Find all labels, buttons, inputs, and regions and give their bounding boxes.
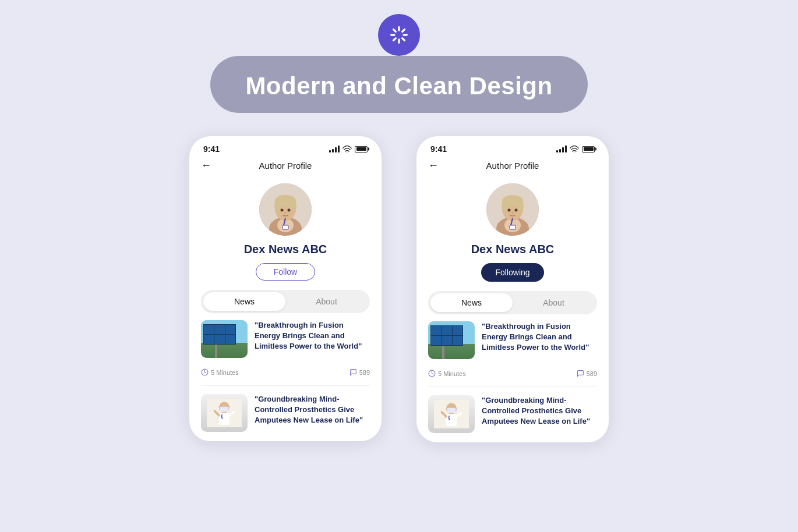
news-title-2-right: "Groundbreaking Mind-Controlled Prosthet… bbox=[482, 395, 597, 427]
svg-rect-8 bbox=[283, 225, 288, 229]
news-content-2-right: "Groundbreaking Mind-Controlled Prosthet… bbox=[482, 395, 597, 427]
news-list-right: "Breakthrough in Fusion Energy Brings Cl… bbox=[416, 321, 609, 433]
header-area: Modern and Clean Design bbox=[210, 35, 587, 113]
svg-point-30 bbox=[515, 209, 518, 212]
svg-point-25 bbox=[502, 200, 509, 211]
tab-news-left[interactable]: News bbox=[203, 292, 285, 311]
author-name-right: Dex News ABC bbox=[471, 243, 555, 256]
svg-rect-15 bbox=[220, 407, 229, 412]
news-item-1-left: "Breakthrough in Fusion Energy Brings Cl… bbox=[201, 320, 370, 376]
news-time-1-right: 5 Minutes bbox=[428, 370, 466, 377]
nav-bar-left: ← Author Profile bbox=[189, 157, 382, 178]
news-content-1-left: "Breakthrough in Fusion Energy Brings Cl… bbox=[255, 320, 370, 352]
svg-rect-14 bbox=[219, 413, 229, 425]
news-comments-1-left: 589 bbox=[349, 368, 370, 376]
status-icons-right bbox=[556, 146, 595, 152]
news-item-2-right: "Groundbreaking Mind-Controlled Prosthet… bbox=[428, 395, 597, 433]
svg-point-6 bbox=[289, 200, 296, 211]
back-arrow-right[interactable]: ← bbox=[428, 159, 439, 172]
main-title: Modern and Clean Design bbox=[245, 72, 552, 100]
battery-icon-right bbox=[582, 146, 595, 152]
news-list-left: "Breakthrough in Fusion Energy Brings Cl… bbox=[189, 320, 382, 432]
news-meta-1-right: 5 Minutes 589 bbox=[428, 370, 597, 377]
phones-container: 9:41 ← Author Profile bbox=[189, 136, 609, 442]
sparkle-icon bbox=[378, 14, 420, 56]
status-icons-left bbox=[329, 146, 368, 152]
signal-icon-right bbox=[556, 146, 567, 152]
svg-point-5 bbox=[274, 200, 281, 211]
status-bar-left: 9:41 bbox=[189, 136, 382, 157]
news-title-2-left: "Groundbreaking Mind-Controlled Prosthet… bbox=[255, 394, 370, 426]
wifi-icon-left bbox=[342, 146, 352, 152]
tab-news-right[interactable]: News bbox=[430, 293, 513, 312]
news-meta-1-left: 5 Minutes 589 bbox=[201, 368, 370, 376]
status-bar-right: 9:41 bbox=[416, 136, 609, 157]
svg-point-26 bbox=[517, 200, 524, 211]
svg-rect-28 bbox=[510, 225, 515, 229]
status-time-left: 9:41 bbox=[203, 144, 220, 154]
news-title-1-left: "Breakthrough in Fusion Energy Brings Cl… bbox=[255, 320, 370, 352]
news-content-2-left: "Groundbreaking Mind-Controlled Prosthet… bbox=[255, 394, 370, 426]
news-title-1-right: "Breakthrough in Fusion Energy Brings Cl… bbox=[482, 321, 597, 353]
news-comments-1-right: 589 bbox=[577, 370, 597, 377]
title-badge: Modern and Clean Design bbox=[210, 56, 587, 113]
tab-about-right[interactable]: About bbox=[513, 293, 595, 312]
back-arrow-left[interactable]: ← bbox=[201, 159, 211, 172]
news-thumb-2-left bbox=[201, 394, 248, 432]
avatar-right bbox=[486, 183, 539, 236]
news-item-1-right: "Breakthrough in Fusion Energy Brings Cl… bbox=[428, 321, 597, 377]
svg-point-29 bbox=[508, 209, 511, 212]
news-thumb-1-left bbox=[201, 320, 248, 358]
news-thumb-2-right bbox=[428, 395, 475, 433]
phone-card-right: 9:41 ← Author Profile bbox=[416, 136, 609, 442]
news-time-1-left: 5 Minutes bbox=[201, 368, 239, 376]
profile-section-right: Dex News ABC Following bbox=[416, 178, 609, 291]
news-thumb-1-right bbox=[428, 321, 475, 359]
author-name-left: Dex News ABC bbox=[244, 243, 327, 256]
nav-bar-right: ← Author Profile bbox=[416, 157, 609, 178]
profile-section-left: Dex News ABC Follow bbox=[189, 178, 382, 290]
tab-about-left[interactable]: About bbox=[285, 292, 368, 311]
news-item-2-left: "Groundbreaking Mind-Controlled Prosthet… bbox=[201, 394, 370, 432]
nav-title-right: Author Profile bbox=[486, 161, 539, 171]
nav-title-left: Author Profile bbox=[259, 161, 312, 171]
battery-icon-left bbox=[355, 146, 368, 152]
status-time-right: 9:41 bbox=[430, 144, 447, 154]
avatar-left bbox=[259, 183, 312, 236]
following-button-right[interactable]: Following bbox=[481, 263, 543, 282]
tabs-left: News About bbox=[201, 290, 370, 313]
svg-rect-34 bbox=[446, 414, 457, 426]
svg-point-9 bbox=[281, 209, 284, 212]
svg-rect-35 bbox=[447, 408, 456, 413]
svg-point-10 bbox=[288, 209, 291, 212]
tabs-right: News About bbox=[428, 291, 597, 314]
wifi-icon-right bbox=[570, 146, 579, 152]
signal-icon-left bbox=[329, 146, 340, 152]
phone-card-left: 9:41 ← Author Profile bbox=[189, 136, 382, 441]
news-content-1-right: "Breakthrough in Fusion Energy Brings Cl… bbox=[482, 321, 597, 353]
follow-button-left[interactable]: Follow bbox=[256, 263, 315, 281]
